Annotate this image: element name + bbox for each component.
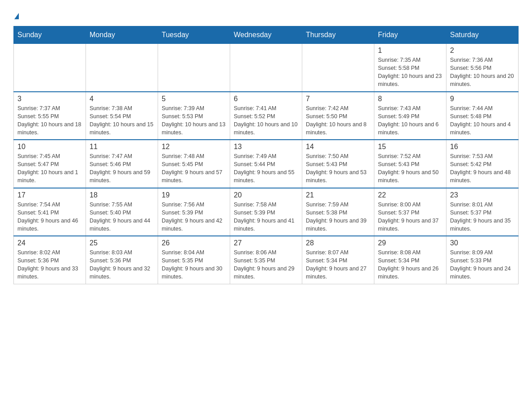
day-number: 16: [450, 143, 515, 151]
calendar-cell: 17Sunrise: 7:54 AMSunset: 5:41 PMDayligh…: [14, 188, 86, 236]
day-info: Sunrise: 7:59 AMSunset: 5:38 PMDaylight:…: [306, 201, 370, 233]
day-number: 22: [378, 191, 442, 199]
col-header-sunday: Sunday: [14, 26, 86, 44]
day-number: 26: [162, 239, 226, 247]
calendar-cell: [86, 44, 158, 92]
calendar-cell: 24Sunrise: 8:02 AMSunset: 5:36 PMDayligh…: [14, 236, 86, 284]
calendar-cell: [14, 44, 86, 92]
day-number: 5: [162, 95, 226, 103]
day-number: 28: [306, 239, 370, 247]
logo: [13, 9, 19, 21]
day-number: 27: [234, 239, 298, 247]
calendar-cell: 2Sunrise: 7:36 AMSunset: 5:56 PMDaylight…: [446, 44, 519, 92]
col-header-wednesday: Wednesday: [230, 26, 302, 44]
calendar-cell: 20Sunrise: 7:58 AMSunset: 5:39 PMDayligh…: [230, 188, 302, 236]
calendar-cell: 28Sunrise: 8:07 AMSunset: 5:34 PMDayligh…: [302, 236, 374, 284]
calendar-cell: 21Sunrise: 7:59 AMSunset: 5:38 PMDayligh…: [302, 188, 374, 236]
day-info: Sunrise: 7:52 AMSunset: 5:43 PMDaylight:…: [378, 152, 442, 185]
day-info: Sunrise: 8:00 AMSunset: 5:37 PMDaylight:…: [378, 201, 442, 233]
calendar-table: SundayMondayTuesdayWednesdayThursdayFrid…: [13, 26, 519, 284]
day-info: Sunrise: 8:08 AMSunset: 5:34 PMDaylight:…: [378, 248, 442, 281]
calendar-cell: 25Sunrise: 8:03 AMSunset: 5:36 PMDayligh…: [86, 236, 158, 284]
day-number: 4: [90, 95, 154, 103]
day-number: 13: [234, 143, 298, 151]
day-info: Sunrise: 7:41 AMSunset: 5:52 PMDaylight:…: [234, 104, 298, 137]
col-header-monday: Monday: [86, 26, 158, 44]
day-number: 3: [17, 95, 82, 103]
day-number: 19: [162, 191, 226, 199]
calendar-week-1: 1Sunrise: 7:35 AMSunset: 5:58 PMDaylight…: [14, 44, 519, 92]
day-number: 8: [378, 95, 442, 103]
day-number: 24: [17, 239, 82, 247]
day-info: Sunrise: 7:45 AMSunset: 5:47 PMDaylight:…: [17, 152, 82, 185]
col-header-thursday: Thursday: [302, 26, 374, 44]
calendar-cell: 19Sunrise: 7:56 AMSunset: 5:39 PMDayligh…: [158, 188, 230, 236]
day-number: 20: [234, 191, 298, 199]
calendar-cell: 23Sunrise: 8:01 AMSunset: 5:37 PMDayligh…: [446, 188, 519, 236]
page-header: [13, 9, 519, 21]
calendar-cell: 22Sunrise: 8:00 AMSunset: 5:37 PMDayligh…: [374, 188, 446, 236]
calendar-cell: 30Sunrise: 8:09 AMSunset: 5:33 PMDayligh…: [446, 236, 519, 284]
day-info: Sunrise: 7:48 AMSunset: 5:45 PMDaylight:…: [162, 152, 226, 185]
day-number: 23: [450, 191, 515, 199]
calendar-cell: 11Sunrise: 7:47 AMSunset: 5:46 PMDayligh…: [86, 140, 158, 188]
calendar-cell: 8Sunrise: 7:43 AMSunset: 5:49 PMDaylight…: [374, 92, 446, 140]
calendar-cell: 3Sunrise: 7:37 AMSunset: 5:55 PMDaylight…: [14, 92, 86, 140]
day-number: 30: [450, 239, 515, 247]
calendar-cell: 9Sunrise: 7:44 AMSunset: 5:48 PMDaylight…: [446, 92, 519, 140]
day-info: Sunrise: 7:37 AMSunset: 5:55 PMDaylight:…: [17, 104, 82, 137]
day-number: 17: [17, 191, 82, 199]
day-number: 9: [450, 95, 515, 103]
day-info: Sunrise: 7:38 AMSunset: 5:54 PMDaylight:…: [90, 104, 154, 137]
calendar-week-2: 3Sunrise: 7:37 AMSunset: 5:55 PMDaylight…: [14, 92, 519, 140]
day-info: Sunrise: 7:49 AMSunset: 5:44 PMDaylight:…: [234, 152, 298, 185]
calendar-cell: 1Sunrise: 7:35 AMSunset: 5:58 PMDaylight…: [374, 44, 446, 92]
calendar-week-3: 10Sunrise: 7:45 AMSunset: 5:47 PMDayligh…: [14, 140, 519, 188]
logo-top: [13, 9, 19, 21]
day-info: Sunrise: 8:01 AMSunset: 5:37 PMDaylight:…: [450, 201, 515, 233]
col-header-tuesday: Tuesday: [158, 26, 230, 44]
day-number: 7: [306, 95, 370, 103]
col-header-saturday: Saturday: [446, 26, 519, 44]
day-info: Sunrise: 8:09 AMSunset: 5:33 PMDaylight:…: [450, 248, 515, 281]
day-info: Sunrise: 7:42 AMSunset: 5:50 PMDaylight:…: [306, 104, 370, 137]
day-info: Sunrise: 7:36 AMSunset: 5:56 PMDaylight:…: [450, 56, 515, 89]
calendar-cell: 10Sunrise: 7:45 AMSunset: 5:47 PMDayligh…: [14, 140, 86, 188]
day-info: Sunrise: 8:04 AMSunset: 5:35 PMDaylight:…: [162, 248, 226, 281]
day-number: 11: [90, 143, 154, 151]
calendar-cell: 7Sunrise: 7:42 AMSunset: 5:50 PMDaylight…: [302, 92, 374, 140]
calendar-cell: 15Sunrise: 7:52 AMSunset: 5:43 PMDayligh…: [374, 140, 446, 188]
calendar-cell: 12Sunrise: 7:48 AMSunset: 5:45 PMDayligh…: [158, 140, 230, 188]
calendar-week-4: 17Sunrise: 7:54 AMSunset: 5:41 PMDayligh…: [14, 188, 519, 236]
day-info: Sunrise: 7:53 AMSunset: 5:42 PMDaylight:…: [450, 152, 515, 185]
day-info: Sunrise: 8:06 AMSunset: 5:35 PMDaylight:…: [234, 248, 298, 281]
day-info: Sunrise: 7:56 AMSunset: 5:39 PMDaylight:…: [162, 201, 226, 233]
day-number: 29: [378, 239, 442, 247]
col-header-friday: Friday: [374, 26, 446, 44]
calendar-cell: 4Sunrise: 7:38 AMSunset: 5:54 PMDaylight…: [86, 92, 158, 140]
calendar-header-row: SundayMondayTuesdayWednesdayThursdayFrid…: [14, 26, 519, 44]
day-number: 12: [162, 143, 226, 151]
day-number: 25: [90, 239, 154, 247]
day-info: Sunrise: 7:44 AMSunset: 5:48 PMDaylight:…: [450, 104, 515, 137]
calendar-cell: [230, 44, 302, 92]
day-info: Sunrise: 7:43 AMSunset: 5:49 PMDaylight:…: [378, 104, 442, 137]
day-info: Sunrise: 7:50 AMSunset: 5:43 PMDaylight:…: [306, 152, 370, 185]
day-info: Sunrise: 7:58 AMSunset: 5:39 PMDaylight:…: [234, 201, 298, 233]
day-info: Sunrise: 8:02 AMSunset: 5:36 PMDaylight:…: [17, 248, 82, 281]
calendar-cell: 27Sunrise: 8:06 AMSunset: 5:35 PMDayligh…: [230, 236, 302, 284]
day-number: 14: [306, 143, 370, 151]
day-number: 21: [306, 191, 370, 199]
day-info: Sunrise: 7:55 AMSunset: 5:40 PMDaylight:…: [90, 201, 154, 233]
day-info: Sunrise: 7:39 AMSunset: 5:53 PMDaylight:…: [162, 104, 226, 137]
calendar-cell: 6Sunrise: 7:41 AMSunset: 5:52 PMDaylight…: [230, 92, 302, 140]
calendar-cell: 16Sunrise: 7:53 AMSunset: 5:42 PMDayligh…: [446, 140, 519, 188]
day-number: 1: [378, 47, 442, 55]
calendar-cell: 29Sunrise: 8:08 AMSunset: 5:34 PMDayligh…: [374, 236, 446, 284]
calendar-cell: 26Sunrise: 8:04 AMSunset: 5:35 PMDayligh…: [158, 236, 230, 284]
day-number: 10: [17, 143, 82, 151]
calendar-cell: 18Sunrise: 7:55 AMSunset: 5:40 PMDayligh…: [86, 188, 158, 236]
calendar-cell: [302, 44, 374, 92]
calendar-cell: 5Sunrise: 7:39 AMSunset: 5:53 PMDaylight…: [158, 92, 230, 140]
calendar-cell: 13Sunrise: 7:49 AMSunset: 5:44 PMDayligh…: [230, 140, 302, 188]
